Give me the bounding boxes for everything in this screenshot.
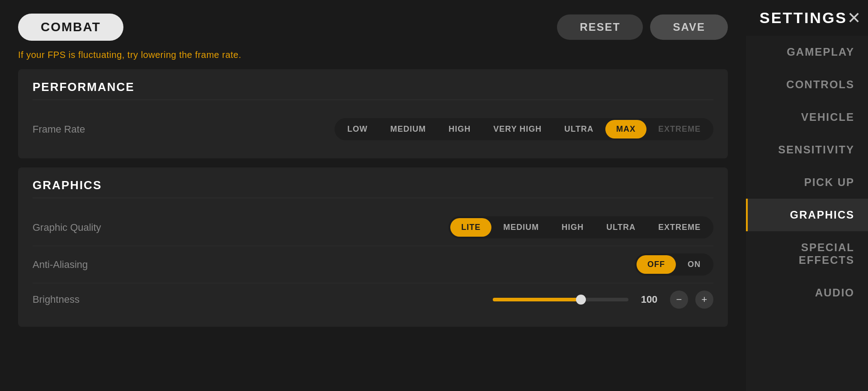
sidebar-item-sensitivity[interactable]: SENSITIVITY xyxy=(746,134,868,166)
header-actions: RESET SAVE xyxy=(557,14,728,40)
save-button[interactable]: SAVE xyxy=(650,14,728,40)
brightness-row: Brightness 100 − + xyxy=(33,283,713,316)
anti-aliasing-options: OFF ON xyxy=(635,253,713,276)
sidebar: SETTINGS ✕ GAMEPLAY CONTROLS VEHICLE SEN… xyxy=(746,0,868,391)
settings-header: SETTINGS ✕ xyxy=(746,0,868,36)
reset-button[interactable]: RESET xyxy=(557,14,643,40)
brightness-minus-button[interactable]: − xyxy=(670,291,688,309)
graphic-quality-options: LITE MEDIUM HIGH ULTRA EXTREME xyxy=(448,216,713,238)
nav-items: GAMEPLAY CONTROLS VEHICLE SENSITIVITY PI… xyxy=(746,36,868,391)
graphics-section: GRAPHICS Graphic Quality LITE MEDIUM HIG… xyxy=(18,167,728,327)
brightness-value: 100 xyxy=(636,294,663,305)
aa-on[interactable]: ON xyxy=(677,255,712,274)
gq-high[interactable]: HIGH xyxy=(551,218,594,237)
brightness-label: Brightness xyxy=(33,294,80,305)
gq-medium[interactable]: MEDIUM xyxy=(492,218,550,237)
performance-section: PERFORMANCE Frame Rate LOW MEDIUM HIGH V… xyxy=(18,69,728,158)
brightness-plus-button[interactable]: + xyxy=(695,291,713,309)
aa-off[interactable]: OFF xyxy=(637,255,676,274)
sidebar-item-vehicle[interactable]: VEHICLE xyxy=(746,101,868,134)
frame-rate-max[interactable]: MAX xyxy=(605,120,646,138)
graphic-quality-label: Graphic Quality xyxy=(33,222,101,234)
gq-lite[interactable]: LITE xyxy=(450,218,491,237)
gq-ultra[interactable]: ULTRA xyxy=(595,218,646,237)
frame-rate-very-high[interactable]: VERY HIGH xyxy=(482,120,552,138)
sidebar-item-gameplay[interactable]: GAMEPLAY xyxy=(746,36,868,68)
sidebar-item-pickup[interactable]: PICK UP xyxy=(746,166,868,199)
graphics-title: GRAPHICS xyxy=(33,178,713,198)
frame-rate-medium[interactable]: MEDIUM xyxy=(379,120,437,138)
gq-extreme[interactable]: EXTREME xyxy=(647,218,712,237)
frame-rate-label: Frame Rate xyxy=(33,124,85,135)
brightness-slider[interactable] xyxy=(493,298,628,301)
frame-rate-extreme: EXTREME xyxy=(647,120,712,138)
fps-notice: If your FPS is fluctuating, try lowering… xyxy=(18,50,728,60)
brightness-thumb xyxy=(576,295,586,305)
performance-title: PERFORMANCE xyxy=(33,80,713,100)
anti-aliasing-row: Anti-Aliasing OFF ON xyxy=(33,246,713,283)
sidebar-item-controls[interactable]: CONTROLS xyxy=(746,68,868,101)
frame-rate-high[interactable]: HIGH xyxy=(438,120,481,138)
frame-rate-options: LOW MEDIUM HIGH VERY HIGH ULTRA MAX EXTR… xyxy=(335,118,713,140)
frame-rate-ultra[interactable]: ULTRA xyxy=(553,120,604,138)
header-row: COMBAT RESET SAVE xyxy=(18,14,728,41)
frame-rate-low[interactable]: LOW xyxy=(336,120,378,138)
settings-title: SETTINGS xyxy=(760,9,847,27)
sidebar-item-graphics[interactable]: GRAPHICS xyxy=(746,199,868,231)
graphic-quality-row: Graphic Quality LITE MEDIUM HIGH ULTRA E… xyxy=(33,209,713,246)
main-content: COMBAT RESET SAVE If your FPS is fluctua… xyxy=(0,0,746,391)
brightness-fill xyxy=(493,298,581,301)
anti-aliasing-label: Anti-Aliasing xyxy=(33,259,88,271)
sidebar-item-special-effects[interactable]: SPECIAL EFFECTS xyxy=(746,231,868,277)
close-button[interactable]: ✕ xyxy=(847,10,861,26)
brightness-track xyxy=(493,298,628,301)
sidebar-item-audio[interactable]: AUDIO xyxy=(746,277,868,309)
frame-rate-row: Frame Rate LOW MEDIUM HIGH VERY HIGH ULT… xyxy=(33,111,713,148)
brightness-controls: 100 − + xyxy=(493,291,713,309)
combat-button[interactable]: COMBAT xyxy=(18,14,123,41)
